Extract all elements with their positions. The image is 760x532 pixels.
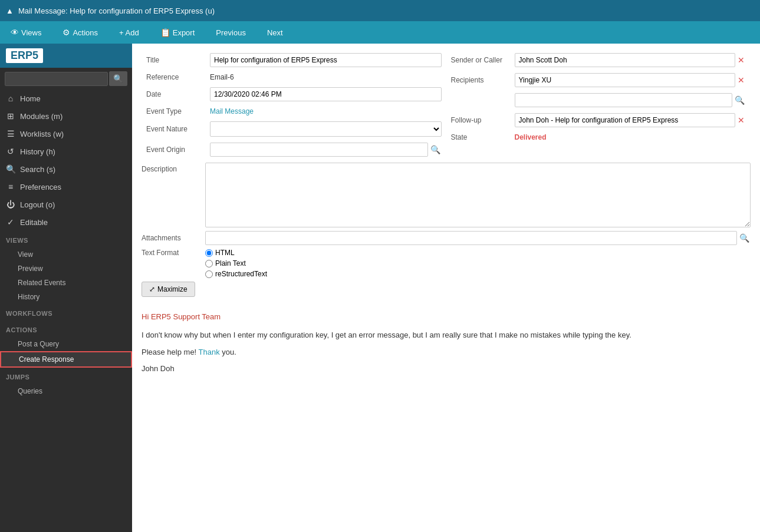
email-line2-pre: Please help me! [142,348,199,356]
worklists-icon: ☰ [6,129,15,138]
radio-restructured-input[interactable] [205,270,213,278]
event-nature-select[interactable] [210,121,442,137]
sidebar-editable-label: Editable [20,218,48,227]
maximize-icon: ⤢ [149,285,155,293]
sidebar-item-logout[interactable]: ⏻ Logout (o) [0,196,132,213]
sidebar-item-queries[interactable]: Queries [0,384,132,398]
email-line2-highlight: Thank [199,348,220,356]
sidebar-search-area: 🔍 [0,68,132,90]
actions-section-header: ACTIONS [0,323,132,337]
sidebar-item-history[interactable]: ↺ History (h) [0,143,132,160]
sidebar-item-history-sub[interactable]: History [0,290,132,304]
sidebar-item-home[interactable]: ⌂ Home [0,90,132,107]
event-type-value: Mail Message [210,107,254,115]
toolbar-export-label: Export [173,28,195,37]
attachments-label: Attachments [142,234,200,242]
sender-clear-button[interactable]: ✕ [736,55,746,65]
toolbar-views[interactable]: 👁 Views [6,25,46,39]
sidebar-item-search[interactable]: 🔍 Search (s) [0,160,132,178]
toolbar-actions[interactable]: ⚙ Actions [58,25,103,39]
workflows-section-header: WORKFLOWS [0,306,132,320]
sidebar-item-preview[interactable]: Preview [0,262,132,276]
main-content: Title Reference Email-6 Date Event Type … [132,44,760,532]
toolbar-add-label: + Add [119,28,139,37]
radio-plaintext-input[interactable] [205,260,213,267]
sidebar-item-view[interactable]: View [0,247,132,262]
event-type-label: Event Type [146,107,205,115]
email-signature: John Doh [142,363,751,375]
recipients-input-1[interactable] [515,73,736,87]
radio-html[interactable]: HTML [205,249,267,257]
sidebar-item-preferences[interactable]: ≡ Preferences [0,178,132,196]
arrow-up-icon: ▲ [6,6,14,15]
toolbar-export[interactable]: 📋 Export [156,25,200,39]
followup-input[interactable] [515,113,736,127]
toolbar-add[interactable]: + Add [114,26,144,39]
toolbar-next[interactable]: Next [262,26,288,39]
description-label: Description [142,163,200,173]
attachments-input[interactable] [205,231,737,245]
sidebar-item-post-query[interactable]: Post a Query [0,337,132,351]
sidebar-item-editable[interactable]: ✓ Editable [0,213,132,231]
recipients-clear-button[interactable]: ✕ [736,75,746,85]
views-section-header: VIEWS [0,233,132,247]
sidebar-logo: ERP5 [0,44,132,68]
sidebar-worklists-label: Worklists (w) [20,130,64,138]
email-line2: Please help me! Thank you. [142,346,751,359]
actions-icon: ⚙ [62,28,70,37]
event-origin-input[interactable] [210,143,428,157]
event-nature-label: Event Nature [146,125,205,133]
attachments-section: Attachments 🔍 [142,231,751,245]
sidebar: ERP5 🔍 ⌂ Home ⊞ Modules (m) ☰ Worklists … [0,44,132,532]
sender-label: Sender or Caller [451,56,510,64]
reference-label: Reference [146,73,205,81]
followup-label: Follow-up [451,116,510,124]
modules-icon: ⊞ [6,111,15,121]
date-input[interactable] [210,87,442,101]
sidebar-home-label: Home [20,94,41,103]
sidebar-item-create-response[interactable]: Create Response [0,351,132,368]
email-line2-post: you. [220,348,236,356]
radio-restructured[interactable]: reStructuredText [205,270,267,278]
logout-icon: ⏻ [6,200,15,209]
maximize-label: Maximize [157,285,187,293]
followup-clear-button[interactable]: ✕ [736,115,746,125]
toolbar: 👁 Views ⚙ Actions + Add 📋 Export Previou… [0,21,760,44]
preferences-icon: ≡ [6,182,15,191]
sidebar-search-label: Search (s) [20,165,55,174]
text-format-radio-group: HTML Plain Text reStructuredText [205,249,267,278]
search-nav-icon: 🔍 [6,164,15,174]
description-textarea[interactable] [205,163,751,227]
history-icon: ↺ [6,147,15,156]
sidebar-history-label: History (h) [20,147,55,156]
toolbar-actions-label: Actions [73,28,98,37]
export-icon: 📋 [160,28,170,37]
sidebar-item-related-events[interactable]: Related Events [0,276,132,290]
email-body: Hi ERP5 Support Team I don't know why bu… [142,306,751,385]
text-format-label: Text Format [142,249,200,257]
search-button[interactable]: 🔍 [109,71,127,86]
radio-plaintext[interactable]: Plain Text [205,259,267,267]
event-origin-search-button[interactable]: 🔍 [429,145,442,154]
search-input[interactable] [5,72,108,86]
toolbar-previous-label: Previous [216,28,246,37]
home-icon: ⌂ [6,94,15,103]
description-section: Description [142,163,751,227]
sidebar-item-worklists[interactable]: ☰ Worklists (w) [0,125,132,143]
views-icon: 👁 [11,28,19,37]
recipients-search-button[interactable]: 🔍 [733,95,746,105]
toolbar-previous[interactable]: Previous [211,26,251,39]
attachments-search-button[interactable]: 🔍 [738,233,751,243]
maximize-button[interactable]: ⤢ Maximize [142,282,195,297]
sender-input[interactable] [515,53,736,67]
sidebar-item-modules[interactable]: ⊞ Modules (m) [0,107,132,125]
editable-icon: ✓ [6,217,15,227]
sidebar-logout-label: Logout (o) [20,200,55,209]
header-title: Mail Message: Help for configuration of … [18,6,215,15]
radio-html-input[interactable] [205,249,213,257]
sidebar-modules-label: Modules (m) [20,112,62,121]
title-input[interactable] [210,53,442,67]
title-label: Title [146,56,205,64]
toolbar-views-label: Views [21,28,41,37]
recipients-input-2[interactable] [515,93,733,107]
